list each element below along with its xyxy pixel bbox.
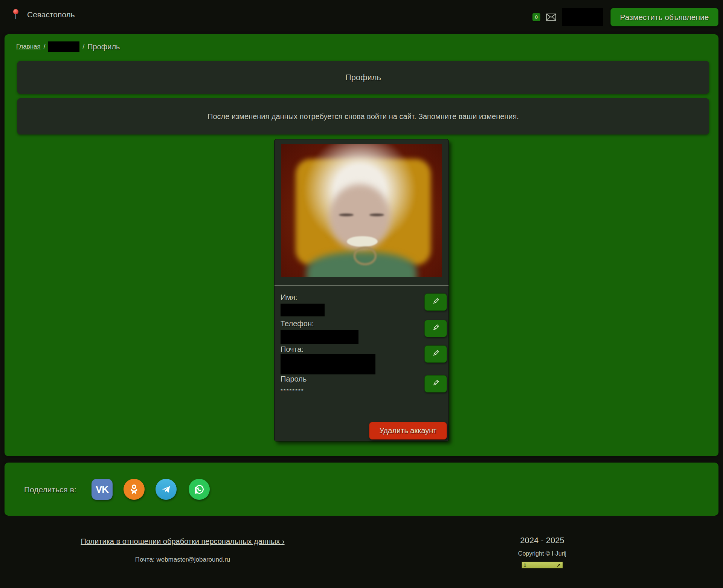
main-content-panel: Главная / / Профиль Профиль После измене…: [5, 34, 718, 456]
footer: Политика в отношении обработки персональ…: [0, 516, 723, 588]
password-field-label: Пароль: [281, 374, 447, 383]
breadcrumb-separator: /: [44, 43, 46, 50]
redacted-phone-value: [281, 330, 358, 344]
email-field-label: Почта:: [281, 345, 447, 354]
footer-copyright: Copyright © I-Jurij: [501, 550, 584, 557]
envelope-icon[interactable]: [546, 14, 556, 21]
pencil-icon: [431, 349, 440, 359]
breadcrumb-current: Профиль: [87, 43, 120, 51]
pencil-icon: [431, 379, 440, 389]
pencil-icon: [431, 297, 440, 307]
notice-panel: После изменения данных потребуется снова…: [17, 98, 709, 134]
share-label: Поделиться в:: [24, 485, 76, 494]
name-field-label: Имя:: [281, 293, 447, 302]
edit-name-button[interactable]: [424, 293, 447, 311]
redacted-email-value: [281, 354, 375, 374]
phone-field-label: Телефон:: [281, 319, 447, 328]
edit-password-button[interactable]: [424, 375, 447, 393]
profile-photo: [281, 144, 442, 277]
share-panel: Поделиться в: VK: [5, 463, 718, 516]
privacy-policy-link[interactable]: Политика в отношении обработки персональ…: [81, 537, 284, 546]
edit-phone-button[interactable]: [424, 320, 447, 337]
odnoklassniki-icon[interactable]: [124, 479, 145, 500]
header: Севастополь 0 Разместить объявление: [0, 0, 723, 34]
footer-years: 2024 - 2025: [501, 536, 584, 545]
site-brand: Севастополь: [13, 9, 75, 20]
city-label: Севастополь: [27, 10, 75, 19]
whatsapp-icon[interactable]: [189, 479, 210, 500]
profile-card: Имя: Телефон:: [274, 139, 449, 441]
redacted-breadcrumb-box: [48, 41, 79, 52]
visitor-counter-badge[interactable]: 1 ↗: [522, 562, 563, 568]
notice-text: После изменения данных потребуется снова…: [207, 112, 519, 121]
webmaster-email: Почта: webmaster@jobaround.ru: [30, 556, 335, 564]
counter-value: 1: [524, 563, 526, 567]
telegram-icon[interactable]: [156, 479, 177, 500]
redacted-name-value: [281, 304, 325, 316]
page-title: Профиль: [345, 73, 381, 82]
breadcrumb: Главная / / Профиль: [16, 41, 710, 52]
vk-icon[interactable]: VK: [92, 479, 113, 500]
password-masked-value: ********: [281, 387, 447, 394]
delete-account-button[interactable]: Удалить аккаунт: [369, 422, 447, 440]
external-arrow-icon: ↗: [557, 563, 561, 568]
messages-count-badge[interactable]: 0: [532, 13, 540, 21]
breadcrumb-home-link[interactable]: Главная: [16, 43, 41, 50]
breadcrumb-separator: /: [82, 43, 84, 50]
page-title-panel: Профиль: [17, 61, 709, 94]
vk-logo-text: VK: [96, 484, 108, 495]
post-ad-button[interactable]: Разместить объявление: [610, 8, 718, 26]
location-pin-icon: [13, 9, 19, 20]
redacted-username-box: [562, 8, 603, 26]
edit-email-button[interactable]: [424, 345, 447, 363]
pencil-icon: [431, 323, 440, 334]
